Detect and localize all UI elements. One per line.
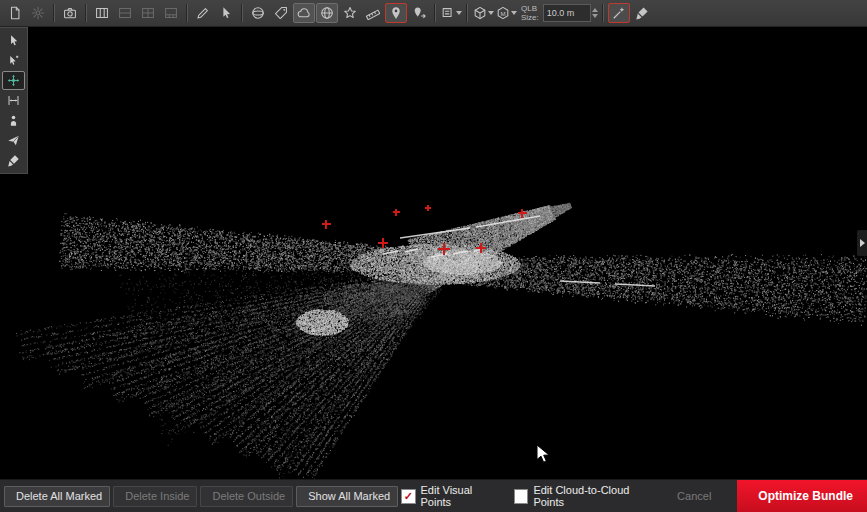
cancel-label: Cancel xyxy=(677,490,711,502)
control-point-marker[interactable] xyxy=(438,243,450,255)
move-pin-button[interactable] xyxy=(408,3,430,23)
qlb-size-label: QLBSize: xyxy=(521,4,539,22)
layout-grid-icon xyxy=(141,6,155,20)
person-view-tool-button[interactable] xyxy=(2,111,25,130)
sphere-target-button[interactable] xyxy=(247,3,269,23)
edit-cloud-to-cloud-checkbox[interactable]: Edit Cloud-to-Cloud Points xyxy=(514,484,657,508)
select-button[interactable] xyxy=(215,3,237,23)
layout-columns-button[interactable] xyxy=(91,3,113,23)
show-all-marked-button[interactable]: Show All Marked xyxy=(296,486,398,507)
toolbar-separator xyxy=(602,4,604,22)
top-toolbar: MQLBSize: xyxy=(0,0,867,27)
checkbox-box: ✓ xyxy=(401,489,415,504)
control-point-marker[interactable] xyxy=(322,220,331,229)
geo-reference-button[interactable] xyxy=(316,3,338,23)
select-icon xyxy=(219,6,233,20)
point-cloud-icon xyxy=(297,6,311,20)
dropdown-caret-icon xyxy=(488,11,494,15)
edit-visual-points-checkbox[interactable]: ✓ Edit Visual Points xyxy=(401,484,502,508)
qlb-size-input[interactable] xyxy=(543,4,591,22)
control-point-marker[interactable] xyxy=(518,209,527,218)
cube-m-icon: M xyxy=(496,6,510,20)
project-icon xyxy=(8,6,22,20)
settings-button[interactable] xyxy=(27,3,49,23)
left-toolbar xyxy=(0,27,28,174)
delete-outside-label: Delete Outside xyxy=(212,490,285,502)
camera-button[interactable] xyxy=(59,3,81,23)
navigate-tool-button[interactable] xyxy=(2,131,25,150)
edit-visual-points-label: Edit Visual Points xyxy=(421,484,502,508)
move-point-tool-button[interactable] xyxy=(2,71,25,90)
checkbox-box xyxy=(514,489,528,504)
toolbar-separator xyxy=(85,4,87,22)
classify-button[interactable] xyxy=(608,3,630,23)
navigate-tool-icon xyxy=(7,134,20,147)
smart-select-tool-button[interactable] xyxy=(2,51,25,70)
delete-all-marked-label: Delete All Marked xyxy=(16,490,102,502)
chevron-right-icon xyxy=(860,239,865,247)
control-point-button[interactable] xyxy=(385,3,407,23)
right-panel-expander[interactable] xyxy=(857,230,867,256)
delete-inside-button[interactable]: Delete Inside xyxy=(113,486,197,507)
camera-icon xyxy=(63,6,77,20)
control-point-marker[interactable] xyxy=(393,209,400,216)
measure-distance-tool-button[interactable] xyxy=(2,91,25,110)
cancel-button[interactable]: Cancel xyxy=(669,490,715,502)
svg-text:M: M xyxy=(500,10,505,17)
paint-button[interactable] xyxy=(631,3,653,23)
bottom-bar: Delete All Marked Delete Inside Delete O… xyxy=(0,479,867,512)
layout-gallery-button[interactable] xyxy=(160,3,182,23)
measure-button[interactable] xyxy=(362,3,384,23)
qlb-size-spinner[interactable] xyxy=(592,8,598,18)
dropdown-caret-icon xyxy=(511,11,517,15)
settings-icon xyxy=(31,6,45,20)
edit-cloud-to-cloud-label: Edit Cloud-to-Cloud Points xyxy=(533,484,657,508)
layout-columns-icon xyxy=(95,6,109,20)
control-point-marker[interactable] xyxy=(425,205,431,211)
select-tool-icon xyxy=(7,34,20,47)
move-point-tool-icon xyxy=(7,74,20,87)
mouse-cursor-icon xyxy=(536,444,550,464)
control-point-marker[interactable] xyxy=(378,238,388,248)
viewport-3d[interactable] xyxy=(0,26,867,480)
sphere-target-icon xyxy=(251,6,265,20)
control-point-markers xyxy=(0,26,867,480)
move-pin-icon xyxy=(412,6,426,20)
polygon-select-button[interactable] xyxy=(339,3,361,23)
layout-rows-button[interactable] xyxy=(114,3,136,23)
dropdown-caret-icon xyxy=(456,11,462,15)
bottom-bar-right-group: ✓ Edit Visual Points Edit Cloud-to-Cloud… xyxy=(401,480,867,512)
point-cloud-button[interactable] xyxy=(293,3,315,23)
toolbar-separator xyxy=(186,4,188,22)
person-view-tool-icon xyxy=(7,114,20,127)
cube-m-button[interactable]: M xyxy=(495,3,517,23)
optimize-bundle-button[interactable]: Optimize Bundle xyxy=(737,480,867,512)
toolbar-separator xyxy=(53,4,55,22)
layout-rows-icon xyxy=(118,6,132,20)
draw-button[interactable] xyxy=(192,3,214,23)
tag-button[interactable] xyxy=(270,3,292,23)
delete-all-marked-button[interactable]: Delete All Marked xyxy=(4,486,110,507)
layout-grid-button[interactable] xyxy=(137,3,159,23)
polygon-select-icon xyxy=(343,6,357,20)
cube-view-button[interactable] xyxy=(472,3,494,23)
delete-outside-button[interactable]: Delete Outside xyxy=(200,486,293,507)
select-tool-button[interactable] xyxy=(2,31,25,50)
paint-select-tool-icon xyxy=(7,154,20,167)
view-mode-button[interactable] xyxy=(440,3,462,23)
tag-icon xyxy=(274,6,288,20)
layout-gallery-icon xyxy=(164,6,178,20)
classify-icon xyxy=(612,6,626,20)
show-all-marked-label: Show All Marked xyxy=(308,490,390,502)
toolbar-separator xyxy=(241,4,243,22)
view-mode-icon xyxy=(441,6,455,20)
paint-select-tool-button[interactable] xyxy=(2,151,25,170)
delete-inside-label: Delete Inside xyxy=(125,490,189,502)
measure-icon xyxy=(366,6,380,20)
control-point-marker[interactable] xyxy=(476,243,486,253)
smart-select-tool-icon xyxy=(7,54,20,67)
geo-reference-icon xyxy=(320,6,334,20)
project-button[interactable] xyxy=(4,3,26,23)
draw-icon xyxy=(196,6,210,20)
control-point-icon xyxy=(389,6,403,20)
